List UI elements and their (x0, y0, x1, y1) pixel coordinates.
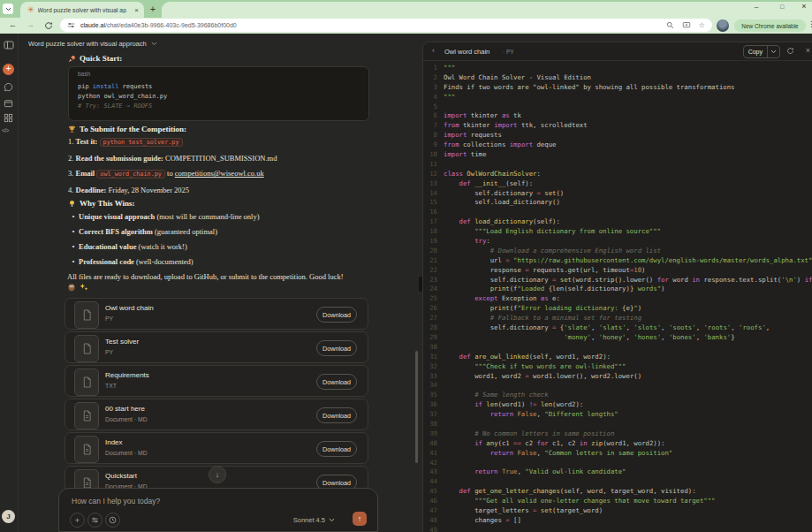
line-number: 43 (423, 467, 437, 477)
download-button[interactable]: Download (316, 340, 357, 356)
download-button[interactable]: Download (316, 374, 357, 390)
code-icon[interactable]: </> (2, 127, 9, 133)
line-number: 9 (423, 141, 437, 150)
site-settings-icon[interactable] (67, 21, 75, 29)
submit-heading: To Submit for the Competition: (68, 125, 186, 133)
code-line: 34 (423, 381, 812, 391)
document-icon (74, 335, 99, 362)
inline-code: owl_word_chain.py (96, 170, 165, 179)
line-number: 4 (423, 93, 437, 103)
code-line: 35 # Same length check (423, 391, 812, 400)
email-link[interactable]: competitions@wiseowl.co.uk (175, 169, 264, 178)
artifact-back-icon[interactable]: ‹ (432, 46, 435, 55)
browser-menu-icon[interactable]: ⋮ (808, 19, 812, 28)
file-card[interactable]: Owl word chainPYDownload (65, 298, 368, 330)
code-line: 39 # No common letters in same position (423, 429, 812, 439)
file-card[interactable]: RequirementsTXTDownload (65, 365, 368, 397)
tab-close-icon[interactable]: × (134, 6, 139, 14)
code-line: 25 except Exception as e: (423, 294, 812, 304)
claude-favicon-icon: ✳ (27, 6, 34, 14)
line-number: 11 (423, 160, 437, 170)
browser-tab[interactable]: ✳ Word puzzle solver with visual ap × (20, 2, 144, 18)
line-number: 45 (423, 487, 437, 497)
window-minimize-button[interactable]: – (751, 2, 762, 11)
refresh-icon[interactable] (786, 47, 794, 55)
chat-scrollbar[interactable] (415, 351, 418, 463)
conversation-title[interactable]: Word puzzle solver with visual approach (28, 40, 157, 48)
chrome-update-button[interactable]: New Chrome available (734, 19, 806, 32)
line-number: 30 (423, 343, 437, 353)
line-number: 48 (423, 516, 437, 526)
copy-dropdown-icon[interactable] (767, 46, 779, 57)
reload-button[interactable] (44, 21, 53, 30)
list-item: 2. Read the submission guide: COMPETITIO… (68, 154, 277, 163)
list-item: 3. Email owl_word_chain.py to competitio… (68, 169, 277, 179)
code-line: 8import requests (423, 131, 812, 141)
user-avatar[interactable]: J (2, 510, 15, 523)
line-number: 28 (423, 323, 437, 333)
code-line: 26 print(f"Error loading dictionary: {e}… (423, 304, 812, 314)
sidebar-toggle-icon[interactable] (4, 41, 14, 49)
line-number: 18 (423, 227, 437, 237)
browser-profile-avatar[interactable] (717, 19, 729, 32)
line-number: 2 (423, 73, 437, 83)
code-line: 13 def __init__(self): (423, 179, 812, 189)
code-line: 14 self.dictionary = set() (423, 189, 812, 199)
download-button[interactable]: Download (316, 407, 357, 423)
tools-sliders-button[interactable] (87, 513, 102, 528)
attach-plus-button[interactable]: + (70, 513, 85, 528)
line-number: 42 (423, 459, 437, 468)
chevron-down-icon (5, 7, 11, 11)
download-button[interactable]: Download (316, 307, 357, 323)
send-button[interactable]: ↑ (353, 512, 367, 526)
chats-icon[interactable] (4, 82, 13, 92)
code-line: 3Finds if two words are "owl-linked" by … (423, 83, 812, 93)
zoom-icon[interactable] (666, 21, 674, 29)
line-number: 46 (423, 497, 437, 506)
save-page-icon[interactable] (682, 21, 691, 29)
code-line: 40 if any(c1 == c2 for c1, c2 in zip(wor… (423, 439, 812, 449)
code-line: 21 url = "https://raw.githubusercontent.… (423, 256, 812, 266)
code-view[interactable]: 1"""2Owl Word Chain Solver - Visual Edit… (423, 64, 812, 532)
tab-title: Word puzzle solver with visual ap (38, 7, 126, 13)
artifact-panel: ‹ Owl word chain · PY Copy × 1"""2Owl Wo… (422, 42, 812, 532)
bullet-dot: • (68, 227, 79, 237)
code-line: 24 print(f"Loaded {len(self.dictionary)}… (423, 285, 812, 294)
file-meta: PY (105, 349, 113, 355)
tab-search-button[interactable] (3, 4, 13, 14)
address-bar[interactable]: claude.ai/chat/eda40e3b-9966-403c-9ed5-3… (60, 19, 712, 32)
scroll-to-bottom-button[interactable]: ↓ (209, 466, 226, 483)
file-card[interactable]: IndexDocument · MDDownload (65, 432, 368, 464)
line-number: 20 (423, 247, 437, 256)
code-line: 47 target_letters = set(target_word) (423, 506, 812, 516)
why-heading: Why This Wins: (68, 199, 135, 208)
code-line: 18 """Load English dictionary from onlin… (423, 227, 812, 237)
line-number: 41 (423, 449, 437, 459)
artifacts-icon[interactable] (4, 113, 13, 123)
forward-button[interactable]: → (27, 20, 34, 29)
bookmark-star-icon[interactable]: ☆ (699, 21, 705, 29)
artifact-close-icon[interactable]: × (806, 46, 810, 55)
projects-icon[interactable] (4, 98, 13, 108)
line-number: 14 (423, 189, 437, 199)
copy-button[interactable]: Copy (743, 45, 780, 58)
file-card[interactable]: Test solverPYDownload (65, 331, 368, 363)
message-composer[interactable]: How can I help you today? + Sonnet 4.5 ↑ (58, 488, 378, 532)
history-clock-button[interactable] (105, 513, 120, 528)
code-line: 28 self.dictionary = {'slate', 'slats', … (423, 323, 812, 333)
code-line: 48 changes = [] (423, 516, 812, 526)
file-card[interactable]: 00 start hereDocument · MDDownload (65, 399, 368, 430)
file-meta: TXT (105, 383, 117, 389)
line-number: 37 (423, 410, 437, 420)
window-close-button[interactable]: × (799, 2, 809, 11)
window-maximize-button[interactable]: □ (777, 2, 787, 11)
new-tab-button[interactable]: + (147, 3, 159, 15)
sliders-icon (91, 516, 99, 524)
download-button[interactable]: Download (316, 441, 357, 457)
new-chat-button[interactable]: + (3, 64, 14, 75)
model-selector[interactable]: Sonnet 4.5 (293, 516, 335, 524)
back-button[interactable]: ← (9, 20, 17, 29)
composer-placeholder: How can I help you today? (72, 497, 160, 505)
line-number: 24 (423, 285, 437, 294)
document-md-icon (74, 402, 99, 429)
